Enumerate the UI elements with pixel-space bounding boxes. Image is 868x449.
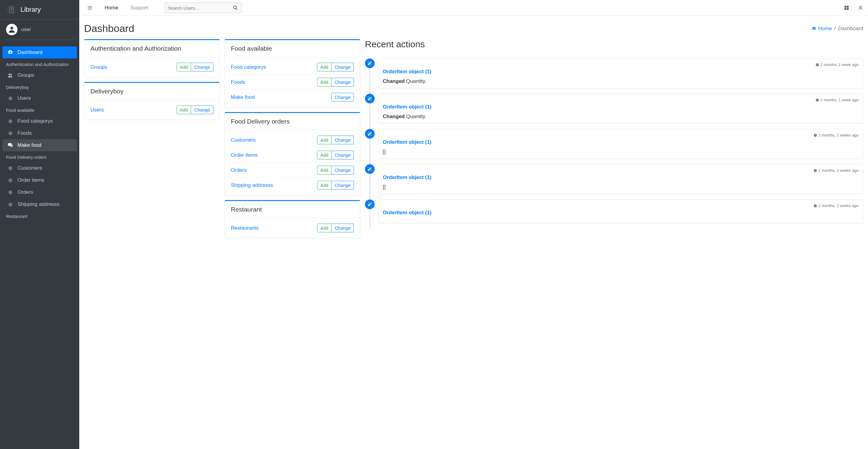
timeline-object-link[interactable]: OrderItem object (1)	[383, 174, 859, 181]
model-row: UsersAddChange	[84, 102, 219, 117]
sidebar-item[interactable]: Groups	[2, 69, 77, 82]
sidebar-item[interactable]: Customers	[2, 162, 77, 174]
model-link[interactable]: Groups	[90, 64, 107, 70]
svg-point-6	[234, 6, 236, 9]
nav-home[interactable]: Home	[101, 3, 121, 13]
model-link[interactable]: Food categorys	[231, 64, 266, 70]
sidebar-item-label: Groups	[18, 72, 34, 78]
nav-group-header: Restaurant	[2, 210, 77, 221]
sidebar-item-label: Customers	[18, 165, 42, 171]
change-button[interactable]: Change	[332, 224, 354, 232]
users-icon	[7, 73, 14, 78]
avatar	[6, 24, 18, 35]
timeline-time: 2 months, 2 weeks ago	[383, 133, 859, 137]
sidebar-item[interactable]: Make food	[2, 139, 77, 151]
change-button[interactable]: Change	[332, 181, 354, 190]
edit-icon	[365, 164, 375, 174]
change-button[interactable]: Change	[191, 63, 213, 71]
add-button[interactable]: Add	[317, 63, 332, 71]
gauge-icon	[7, 50, 14, 56]
add-button[interactable]: Add	[317, 136, 332, 145]
search-icon[interactable]	[229, 5, 241, 10]
timeline-object-link[interactable]: OrderItem object (1)	[383, 139, 859, 145]
add-button[interactable]: Add	[317, 78, 332, 87]
clock-icon	[813, 133, 817, 137]
sidebar-item-label: Orders	[18, 189, 33, 195]
add-button[interactable]: Add	[317, 224, 332, 232]
change-button[interactable]: Change	[332, 136, 354, 145]
model-row: Order itemsAddChange	[225, 148, 360, 163]
svg-point-2	[11, 74, 12, 76]
add-button[interactable]: Add	[177, 63, 191, 71]
edit-icon	[365, 94, 375, 103]
app-card: Food Delivery ordersCustomersAddChangeOr…	[224, 112, 360, 195]
timeline-object-link[interactable]: OrderItem object (1)	[383, 69, 859, 75]
add-button[interactable]: Add	[317, 151, 332, 159]
model-link[interactable]: Customers	[231, 137, 255, 143]
sidebar-item[interactable]: Order items	[2, 174, 77, 186]
sidebar-item[interactable]: Users	[2, 92, 77, 104]
brand-text: Library	[21, 6, 41, 13]
change-button[interactable]: Change	[332, 78, 354, 87]
timeline-text: Changed Quantity.	[383, 114, 859, 120]
change-button[interactable]: Change	[332, 63, 354, 71]
model-link[interactable]: Restaurants	[231, 225, 258, 231]
change-button[interactable]: Change	[331, 93, 354, 101]
model-link[interactable]: Shipping addresss	[231, 182, 273, 188]
svg-line-7	[236, 8, 237, 10]
app-card-title: Food available	[225, 40, 360, 57]
edit-icon	[365, 59, 375, 68]
model-link[interactable]: Users	[90, 107, 104, 113]
grid-icon[interactable]	[844, 5, 849, 10]
nav-support[interactable]: Support	[127, 3, 151, 13]
model-row: GroupsAddChange	[84, 60, 219, 74]
change-button[interactable]: Change	[332, 166, 354, 174]
breadcrumb-home[interactable]: Home	[812, 26, 832, 32]
model-link[interactable]: Foods	[231, 79, 245, 85]
model-row: FoodsAddChange	[225, 75, 360, 90]
menu-toggle-icon[interactable]	[84, 3, 96, 12]
clock-icon	[815, 63, 819, 67]
change-button[interactable]: Change	[332, 151, 354, 159]
recent-actions-title: Recent actions	[365, 39, 863, 54]
model-link[interactable]: Order items	[231, 152, 258, 158]
timeline-text: []	[383, 184, 859, 190]
svg-point-1	[9, 73, 10, 75]
nav-group-header: Food available	[2, 104, 77, 115]
svg-point-0	[10, 27, 13, 30]
sidebar-item-label: Users	[18, 95, 31, 101]
add-button[interactable]: Add	[177, 105, 191, 114]
add-button[interactable]: Add	[317, 166, 332, 174]
sidebar-item-label: Make food	[18, 142, 41, 148]
timeline-item: 2 months, 2 weeks agoOrderItem object (1…	[378, 164, 863, 194]
model-link[interactable]: Orders	[231, 167, 247, 173]
user-menu-icon[interactable]	[858, 5, 863, 10]
app-card-title: Deliveryboy	[84, 83, 219, 100]
timeline-time: 2 months, 2 weeks ago	[383, 168, 859, 173]
sidebar-item[interactable]: Shipping addresss	[2, 198, 77, 210]
sidebar-item[interactable]: Foods	[2, 127, 77, 139]
change-button[interactable]: Change	[191, 105, 213, 114]
sidebar-item-dashboard[interactable]: Dashboard	[2, 46, 77, 59]
sidebar-item[interactable]: Orders	[2, 186, 77, 198]
timeline-object-link[interactable]: OrderItem object (1)	[383, 104, 859, 110]
user-name[interactable]: user	[21, 27, 31, 33]
add-button[interactable]: Add	[317, 181, 332, 190]
sidebar-item[interactable]: Food categorys	[2, 115, 77, 127]
brand[interactable]: ? Library	[0, 0, 79, 20]
bullet-icon	[7, 179, 14, 182]
bullet-icon	[7, 96, 14, 100]
timeline-item: 2 months, 1 week agoOrderItem object (1)…	[378, 59, 863, 88]
bullet-icon	[7, 190, 14, 194]
search-box	[164, 2, 242, 13]
model-row: Shipping addresssAddChange	[225, 178, 360, 193]
search-input[interactable]	[165, 4, 229, 12]
nav-group-header: Authentication and Authorization	[2, 59, 77, 69]
timeline-text: []	[383, 149, 859, 155]
timeline-object-link[interactable]: OrderItem object (1)	[383, 210, 859, 216]
model-row: Make foodChange	[225, 90, 360, 104]
breadcrumb-home-label: Home	[818, 26, 832, 32]
model-row: OrdersAddChange	[225, 163, 360, 178]
page-title: Dashboard	[84, 23, 134, 34]
model-link[interactable]: Make food	[231, 94, 255, 100]
